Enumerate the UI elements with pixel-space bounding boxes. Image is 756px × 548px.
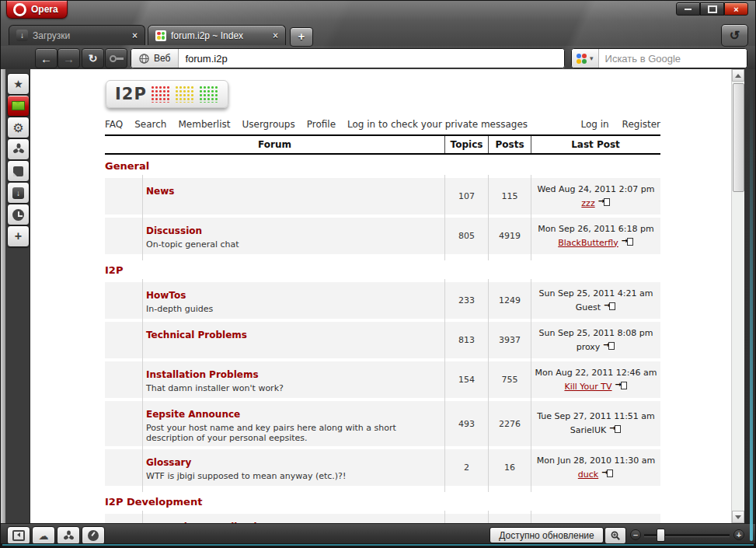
tab-close-icon[interactable]: × — [273, 30, 278, 41]
goto-latest-post-icon[interactable] — [603, 342, 615, 351]
minimize-button[interactable] — [676, 2, 700, 16]
mail-icon — [12, 101, 25, 110]
address-input[interactable] — [179, 49, 564, 68]
nav-search[interactable]: Search — [134, 119, 166, 130]
goto-latest-post-icon[interactable] — [604, 302, 616, 311]
protocol-button[interactable]: Веб — [131, 49, 179, 68]
mail-panel-button[interactable] — [7, 95, 30, 117]
maximize-button[interactable] — [700, 2, 724, 16]
scroll-up-button[interactable] — [732, 69, 744, 82]
bookmarks-panel-button[interactable]: ★ — [7, 73, 30, 95]
forum-link[interactable]: Discussion — [146, 225, 202, 236]
search-input[interactable] — [599, 49, 747, 68]
opera-link-button[interactable]: ☁ — [32, 526, 55, 545]
note-icon — [13, 166, 23, 176]
nav-faq[interactable]: FAQ — [105, 119, 123, 130]
forum-icon-cell — [105, 514, 142, 523]
close-button[interactable]: × — [724, 2, 748, 16]
forum-cell: Technical Problems — [143, 322, 444, 358]
goto-latest-post-icon[interactable] — [622, 238, 634, 246]
topics-count: 493 — [445, 401, 488, 446]
tab-downloads[interactable]: ↓ Загрузки × — [9, 25, 145, 45]
scrollbar-thumb[interactable] — [733, 83, 744, 192]
i2p-logo[interactable]: I2P — [106, 80, 228, 108]
toggle-panels-button[interactable] — [7, 526, 30, 545]
zoom-out-button[interactable]: – — [630, 529, 641, 540]
nav-login[interactable]: Log in — [580, 119, 608, 130]
forum-cell: HowTosIn-depth guides — [143, 282, 444, 319]
forum-icon-cell — [105, 282, 142, 319]
forum-link[interactable]: Glossary — [146, 457, 191, 468]
tab-close-icon[interactable]: × — [132, 30, 138, 41]
zoom-menu-button[interactable] — [604, 527, 626, 544]
zoom-slider-handle[interactable] — [657, 529, 665, 542]
nav-register[interactable]: Register — [622, 119, 660, 130]
opera-turbo-button[interactable] — [82, 526, 105, 545]
category-title[interactable]: General — [105, 156, 660, 175]
goto-latest-post-icon[interactable] — [609, 425, 622, 434]
goto-latest-post-icon[interactable] — [598, 198, 611, 207]
reload-button[interactable]: ↻ — [82, 48, 104, 68]
forum-link[interactable]: News — [146, 186, 174, 197]
download-icon: ↓ — [12, 187, 24, 199]
lastpost-by: zzz — [581, 197, 610, 211]
category-title[interactable]: I2P — [105, 260, 660, 279]
forum-icon-cell — [105, 218, 142, 254]
update-available-button[interactable]: Доступно обновление — [489, 527, 604, 543]
lastpost-by: SarielUK — [570, 424, 622, 438]
nav-memberlist[interactable]: Memberlist — [178, 119, 230, 130]
lastpost-user: proxy — [577, 342, 601, 352]
zoom-slider[interactable] — [644, 534, 730, 536]
forum-link[interactable]: HowTos — [146, 290, 186, 301]
lastpost-user[interactable]: duck — [578, 469, 598, 480]
goto-latest-post-icon[interactable] — [615, 382, 628, 390]
opera-label: Opera — [31, 4, 58, 15]
posts-count: 4919 — [489, 218, 531, 254]
forum-link[interactable]: Installation Problems — [146, 369, 259, 380]
topics-count: 154 — [445, 361, 488, 398]
search-field: ▾ — [571, 48, 747, 68]
window-controls: × — [676, 2, 748, 16]
back-button[interactable]: ← — [35, 48, 57, 68]
closed-tabs-bin-button[interactable]: ↺ — [721, 24, 748, 47]
goto-latest-post-icon[interactable] — [601, 469, 614, 478]
nav-private-messages[interactable]: Log in to check your private messages — [347, 119, 528, 130]
wand-button[interactable] — [105, 48, 127, 68]
lastpost-user[interactable]: BlackButterfly — [558, 238, 618, 248]
lastpost-cell: Mon Jun 28, 2010 11:30 amduck — [531, 449, 660, 486]
opera-unite-button[interactable] — [57, 526, 80, 545]
lastpost-cell: Sun Sep 25, 2011 4:21 amGuest — [531, 282, 660, 319]
tab-forum-i2p[interactable]: forum.i2p ~ Index × — [148, 25, 286, 45]
close-icon: × — [733, 5, 738, 14]
minimize-icon — [685, 9, 692, 10]
forum-description: WTF is jbigi supposed to mean anyway (et… — [146, 471, 440, 481]
forum-icon-cell — [105, 322, 142, 358]
lastpost-date: Mon Jun 28, 2010 11:30 am — [537, 454, 656, 468]
downloads-panel-button[interactable]: ↓ — [7, 182, 30, 204]
forum-icon-cell — [105, 361, 142, 398]
widgets-panel-button[interactable]: ⚙ — [7, 117, 30, 138]
zoom-in-button[interactable]: + — [733, 529, 744, 540]
category-title[interactable]: I2P Development — [105, 492, 660, 511]
page-scrollbar[interactable] — [731, 69, 744, 523]
lastpost-user[interactable]: zzz — [581, 198, 594, 208]
forum-row: DiscussionOn-topic general chat8054919Mo… — [105, 218, 660, 254]
web-page: I2P FAQ Search Memberlist Usergroups Pro… — [30, 69, 731, 523]
history-panel-button[interactable] — [7, 204, 30, 225]
unite-panel-button[interactable] — [7, 138, 30, 160]
forum-icon-cell — [105, 401, 142, 446]
notes-panel-button[interactable] — [7, 160, 30, 182]
nav-usergroups[interactable]: Usergroups — [242, 119, 294, 130]
scroll-down-button[interactable] — [732, 511, 744, 523]
forum-link[interactable]: Technical Problems — [146, 330, 247, 340]
add-panel-button[interactable]: + — [7, 225, 30, 247]
forum-link[interactable]: Eepsite Announce — [146, 409, 240, 420]
opera-menu-button[interactable]: Opera — [6, 1, 68, 19]
new-tab-button[interactable]: + — [290, 27, 313, 47]
nav-profile[interactable]: Profile — [307, 119, 336, 130]
search-engine-button[interactable]: ▾ — [572, 49, 599, 68]
lastpost-user[interactable]: Kill Your TV — [564, 382, 611, 392]
forward-button[interactable]: → — [57, 48, 80, 68]
globe-icon — [139, 54, 149, 64]
forum-row: Technical Problems8133937Sun Sep 25, 201… — [105, 322, 660, 358]
